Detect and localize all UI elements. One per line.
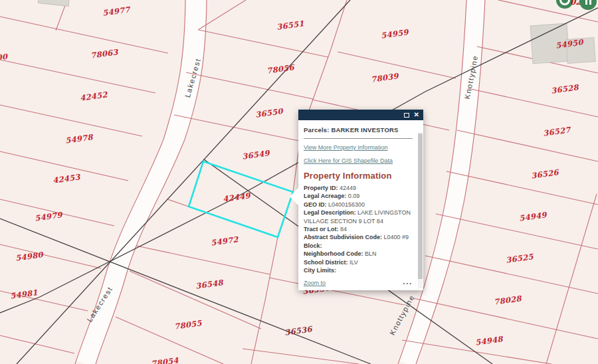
property-fields-list: Property ID: 42449Legal Acreage: 0.09GEO… [304,184,413,274]
view-more-property-info-link[interactable]: View More Property Information [304,144,413,151]
property-field-row: Legal Description: LAKE LIVINGSTON VILLA… [304,209,413,225]
pause-icon [585,0,591,5]
clock-icon [559,0,570,5]
property-field-row: School District: ILV [304,258,413,266]
gis-shapefile-data-link[interactable]: Click Here for GIS Shapefile Data [304,157,413,164]
gis-map-view[interactable]: 5497778063424525497842453549795498054981… [0,0,598,364]
property-field-row: Abstract Subdivision Code: L0400 #9 [304,233,413,241]
close-icon[interactable]: ✕ [414,112,419,118]
popup-callout-pointer [290,187,299,206]
property-field-row: Legal Acreage: 0.09 [304,192,413,200]
zoom-to-link[interactable]: Zoom to [304,280,326,286]
parcel-label-00[interactable]: 00 [0,52,8,62]
property-field-row: Property ID: 42449 [304,184,413,192]
more-options-button[interactable]: ••• [403,280,413,286]
property-field-row: City Limits: [304,266,413,274]
popup-scrollbar[interactable] [418,132,423,288]
maximize-button[interactable] [404,113,409,118]
divider [304,138,413,139]
property-field-row: Tract or Lot: 84 [304,225,413,233]
property-field-row: Neighborhood Code: BLN [304,250,413,258]
parcel-info-popup: ✕ Parcels: BARKER INVESTORS View More Pr… [298,110,423,290]
popup-header: ✕ [298,110,423,120]
property-field-row: GEO ID: L0400156300 [304,201,413,209]
scrollbar-thumb[interactable] [418,134,423,279]
property-field-row: Block: [304,242,413,250]
property-information-heading: Property Information [304,171,413,181]
popup-title: Parcels: BARKER INVESTORS [304,126,413,134]
